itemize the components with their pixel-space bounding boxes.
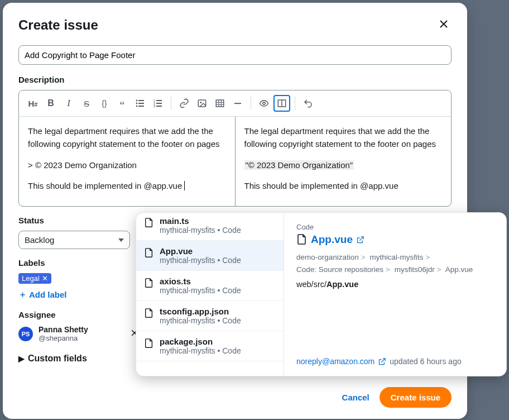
detail-title-link[interactable]: App.vue	[296, 233, 494, 246]
close-icon[interactable]	[436, 16, 452, 34]
image-icon[interactable]	[194, 95, 210, 112]
file-icon	[144, 278, 154, 289]
autocomplete-item[interactable]: main.ts mythical-mysfits • Code	[136, 213, 284, 241]
updated-line: noreply@amazon.com updated 6 hours ago	[296, 357, 494, 366]
assignee-name: Panna Shetty	[39, 325, 124, 334]
autocomplete-item[interactable]: App.vue mythical-mysfits • Code	[136, 241, 284, 271]
file-icon	[296, 233, 308, 246]
description-label: Description	[18, 75, 452, 84]
file-icon	[144, 247, 154, 259]
svg-rect-3	[138, 103, 144, 104]
code-icon[interactable]: {}	[96, 95, 113, 112]
remove-label-icon[interactable]: ✕	[42, 274, 48, 283]
bullet-list-icon[interactable]	[132, 95, 148, 112]
svg-point-2	[136, 103, 138, 104]
svg-rect-12	[198, 100, 206, 107]
file-icon	[144, 338, 154, 349]
svg-text:3: 3	[153, 104, 156, 108]
svg-rect-7	[156, 100, 162, 101]
svg-rect-14	[216, 100, 224, 107]
hr-icon[interactable]	[229, 95, 246, 112]
issue-title-input[interactable]	[18, 45, 452, 65]
chevron-down-icon	[118, 238, 124, 242]
label-chip-legal[interactable]: Legal ✕	[18, 273, 51, 284]
detail-category: Code	[296, 223, 494, 231]
numbered-list-icon[interactable]: 123	[150, 95, 166, 112]
quote-icon[interactable]: “	[114, 95, 131, 112]
undo-icon[interactable]	[300, 95, 316, 112]
status-select[interactable]: Backlog	[18, 231, 130, 249]
svg-point-13	[200, 102, 201, 103]
autocomplete-list[interactable]: main.ts mythical-mysfits • Code App.vue …	[136, 213, 284, 376]
bold-icon[interactable]: B	[42, 95, 59, 112]
plus-icon: ＋	[18, 289, 27, 300]
svg-rect-1	[138, 100, 144, 101]
split-view-icon[interactable]	[273, 95, 290, 112]
caret-right-icon: ▶	[18, 354, 25, 363]
strike-icon[interactable]: S	[78, 95, 95, 112]
svg-rect-5	[138, 106, 144, 107]
italic-icon[interactable]: I	[60, 95, 77, 112]
autocomplete-detail: Code App.vue demo-organization> mythical…	[284, 213, 506, 376]
svg-point-0	[136, 100, 138, 102]
svg-rect-11	[156, 106, 162, 107]
external-link-icon	[356, 236, 364, 244]
breadcrumb: demo-organization> mythical-mysfits> Cod…	[296, 251, 494, 275]
heading-icon[interactable]: H#	[25, 95, 41, 112]
mention-autocomplete-popup: main.ts mythical-mysfits • Code App.vue …	[136, 212, 507, 376]
autocomplete-item[interactable]: package.json mythical-mysfits • Code	[136, 331, 284, 361]
svg-rect-9	[156, 103, 162, 104]
file-icon	[144, 308, 154, 319]
assignee-handle: @shepanna	[39, 334, 124, 342]
editor-toolbar: H# B I S {} “ 123	[19, 90, 451, 117]
external-link-icon	[378, 357, 386, 366]
avatar: PS	[18, 327, 33, 341]
autocomplete-item[interactable]: tsconfig.app.json mythical-mysfits • Cod…	[136, 301, 284, 331]
svg-rect-15	[234, 103, 241, 104]
description-editor: H# B I S {} “ 123 The legal department r…	[18, 90, 452, 207]
preview-icon[interactable]	[256, 95, 272, 112]
link-icon[interactable]	[176, 95, 193, 112]
preview-pane: The legal department requires that we ad…	[235, 117, 452, 206]
create-issue-button[interactable]: Create issue	[380, 387, 452, 408]
file-icon	[144, 217, 154, 228]
svg-point-4	[136, 106, 138, 107]
table-icon[interactable]	[212, 95, 228, 112]
svg-point-16	[263, 102, 266, 105]
file-path: web/src/App.vue	[296, 280, 494, 289]
updated-email-link[interactable]: noreply@amazon.com	[296, 357, 374, 366]
autocomplete-item[interactable]: axios.ts mythical-mysfits • Code	[136, 271, 284, 301]
cancel-button[interactable]: Cancel	[342, 393, 369, 402]
modal-title: Create issue	[18, 17, 98, 33]
markdown-pane[interactable]: The legal department requires that we ad…	[19, 117, 235, 206]
